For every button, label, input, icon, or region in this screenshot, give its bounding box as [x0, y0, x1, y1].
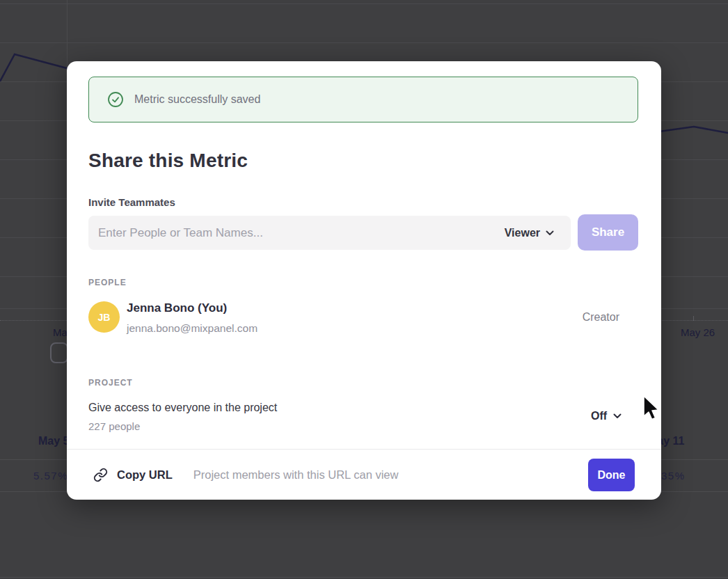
chevron-down-icon: [613, 413, 622, 419]
table-value-left: 5.57%: [33, 470, 68, 482]
project-access-dropdown-value: Off: [591, 410, 607, 422]
table-value-right: 35%: [661, 470, 686, 482]
chevron-down-icon: [546, 230, 554, 236]
success-toast: Metric successfully saved: [88, 77, 638, 122]
invite-input[interactable]: [88, 216, 505, 250]
mouse-cursor: [642, 395, 660, 425]
axis-tick: [693, 316, 694, 321]
invite-teammates-label: Invite Teammates: [88, 196, 175, 208]
modal-title: Share this Metric: [88, 150, 248, 172]
person-role-badge: Creator: [583, 311, 619, 324]
link-icon: [93, 468, 108, 482]
clipped-chip: [50, 342, 68, 363]
x-axis-label-left: Ma: [53, 326, 68, 338]
table-divider: [0, 577, 728, 578]
done-button[interactable]: Done: [588, 459, 635, 491]
person-email: jenna.bono@mixpanel.com: [127, 322, 258, 335]
project-access-title: Give access to everyone in the project: [88, 402, 277, 414]
copy-url-label: Copy URL: [117, 468, 173, 482]
table-header-left: May 5: [38, 435, 69, 447]
project-access-dropdown[interactable]: Off: [591, 410, 622, 422]
person-name: Jenna Bono (You): [127, 301, 227, 315]
avatar: JB: [88, 301, 120, 333]
invite-input-container: Viewer: [88, 216, 571, 250]
check-circle-icon: [107, 91, 124, 108]
project-section-label: PROJECT: [88, 378, 133, 388]
avatar-initials: JB: [98, 312, 111, 323]
toast-message: Metric successfully saved: [134, 93, 260, 106]
copy-url-button[interactable]: Copy URL: [93, 468, 173, 482]
share-metric-modal: Metric successfully saved Share this Met…: [67, 61, 661, 500]
people-section-label: PEOPLE: [88, 278, 127, 287]
project-people-count: 227 people: [88, 420, 140, 432]
modal-footer: Copy URL Project members with this URL c…: [67, 449, 661, 500]
share-button[interactable]: Share: [578, 214, 638, 251]
role-dropdown-value: Viewer: [505, 227, 540, 239]
copy-url-hint: Project members with this URL can view: [193, 468, 399, 482]
x-axis-label-right: May 26: [681, 326, 715, 338]
role-dropdown[interactable]: Viewer: [505, 227, 571, 239]
